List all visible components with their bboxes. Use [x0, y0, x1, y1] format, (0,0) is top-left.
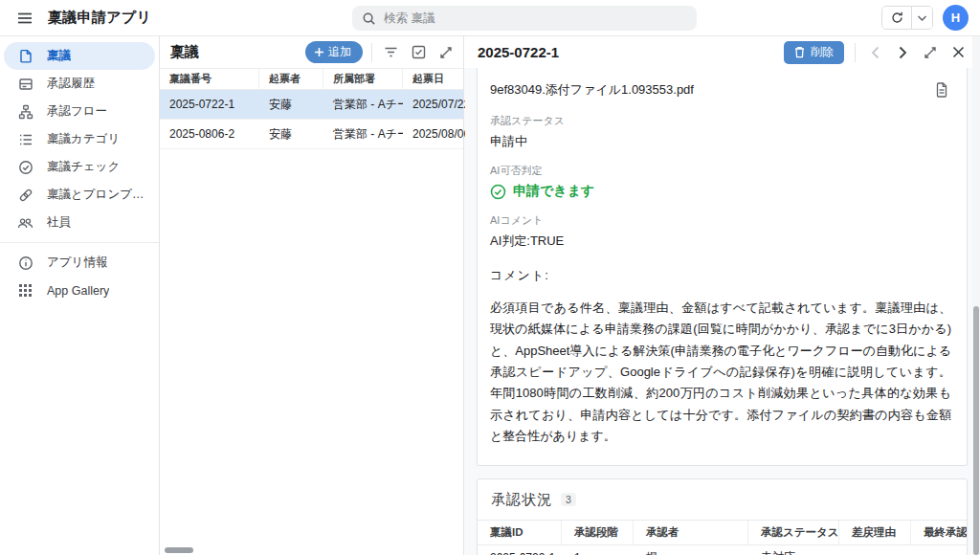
next-record-icon[interactable]: [894, 44, 911, 61]
vertical-scrollbar: [972, 36, 980, 555]
attachment-row[interactable]: 9ef83049.添付ファイル1.093553.pdf: [490, 78, 951, 100]
card-icon: [17, 76, 33, 92]
detail-header: 2025-0722-1 削除: [464, 36, 980, 68]
list-panel-header: 稟議 追加: [160, 36, 463, 68]
list-panel-title: 稟議: [170, 43, 199, 61]
approval-section-title: 承認状況: [491, 491, 552, 509]
column-header[interactable]: 起票者: [259, 69, 323, 89]
list-table-header: 稟議番号 起票者 所属部署 起票日: [160, 68, 463, 90]
column-header[interactable]: 稟議ID: [478, 521, 562, 544]
filter-icon[interactable]: [381, 43, 400, 62]
approval-table: 稟議ID 承認段階 承認者 承認ステータス 差戻理由 最終承認 2025-072…: [478, 520, 967, 555]
plus-icon: [314, 47, 324, 57]
list-icon: [17, 131, 33, 147]
field-label: AIコメント: [490, 213, 951, 228]
avatar[interactable]: H: [943, 5, 969, 31]
sidebar-item-label: 稟議カテゴリ: [47, 131, 120, 147]
search-input[interactable]: [384, 11, 671, 25]
sidebar-item-employees[interactable]: 社員: [4, 209, 155, 236]
sidebar-item-ringi-prompt-link[interactable]: 稟議とプロンプトの紐付け: [4, 181, 155, 209]
success-check-icon: [490, 184, 506, 200]
sidebar: 稟議 承認履歴 承認フロー 稟議カテゴリ: [0, 36, 159, 555]
horizontal-scrollbar-thumb[interactable]: [165, 547, 193, 553]
field-value: AI判定:TRUE: [490, 233, 951, 250]
top-bar: 稟議申請アプリ H: [0, 0, 980, 36]
detail-panel: 2025-0722-1 削除: [464, 36, 980, 555]
sidebar-item-approval-flow[interactable]: 承認フロー: [4, 98, 155, 125]
column-header[interactable]: 最終承認: [911, 521, 967, 544]
sidebar-item-app-gallery[interactable]: App Gallery: [4, 277, 155, 304]
comment-body: 必須項目である件名、稟議理由、金額はすべて記載されています。稟議理由は、現状の紙…: [490, 298, 951, 448]
record-card: 9ef83049.添付ファイル1.093553.pdf 承認ステータス 申請中 …: [477, 68, 968, 466]
sync-icon[interactable]: [882, 7, 911, 29]
toolbar-divider: [371, 43, 372, 62]
expand-panel-icon[interactable]: [436, 43, 456, 62]
table-row[interactable]: 2025-0722-1 安藤 営業部 - Aチー... 2025/07/22: [160, 90, 463, 120]
field-label: 承認ステータス: [490, 114, 951, 128]
people-icon: [17, 214, 33, 231]
link-icon: [17, 187, 33, 203]
trash-icon: [794, 46, 805, 58]
detail-body: 9ef83049.添付ファイル1.093553.pdf 承認ステータス 申請中 …: [464, 68, 980, 555]
ai-judgement-value: 申請できます: [513, 183, 594, 200]
sidebar-item-ringi[interactable]: 稟議: [4, 42, 155, 70]
approval-row[interactable]: 2025-0722-1 1 堀 未対応: [478, 545, 967, 555]
column-header[interactable]: 差戻理由: [839, 521, 911, 544]
sidebar-item-app-info[interactable]: アプリ情報: [4, 249, 155, 277]
check-circle-icon: [17, 159, 33, 175]
column-header[interactable]: 稟議番号: [160, 69, 259, 89]
toolbar-divider: [855, 43, 856, 62]
sidebar-item-ringi-check[interactable]: 稟議チェック: [4, 153, 155, 181]
column-header[interactable]: 承認ステータス: [748, 521, 839, 544]
sidebar-item-label: 承認フロー: [47, 103, 107, 120]
attachment-filename: 9ef83049.添付ファイル1.093553.pdf: [490, 81, 935, 99]
sidebar-divider: [0, 242, 159, 243]
field-approval-status: 承認ステータス 申請中: [490, 114, 951, 150]
org-chart-icon: [17, 103, 33, 120]
sidebar-item-label: 社員: [47, 214, 71, 231]
sidebar-item-label: 稟議: [47, 48, 71, 64]
document-icon: [17, 48, 33, 64]
sidebar-item-label: App Gallery: [47, 284, 109, 298]
table-row[interactable]: 2025-0806-2 安藤 営業部 - Aチー... 2025/08/06: [160, 120, 463, 149]
close-icon[interactable]: [949, 44, 967, 61]
sync-dropdown-icon[interactable]: [911, 7, 932, 29]
column-header[interactable]: 起票日: [403, 69, 465, 89]
select-rows-icon[interactable]: [409, 43, 428, 62]
column-header[interactable]: 所属部署: [323, 69, 403, 89]
add-button[interactable]: 追加: [305, 41, 363, 63]
sidebar-item-approval-history[interactable]: 承認履歴: [4, 70, 155, 98]
delete-button[interactable]: 削除: [784, 41, 844, 64]
list-panel: 稟議 追加: [159, 36, 464, 555]
file-icon[interactable]: [935, 82, 948, 98]
column-header[interactable]: 承認者: [634, 521, 748, 544]
sidebar-item-label: アプリ情報: [47, 255, 107, 271]
search-icon: [362, 11, 376, 26]
info-icon: [17, 255, 33, 271]
field-value: 申請中: [490, 133, 951, 150]
menu-icon[interactable]: [11, 5, 38, 32]
search-box[interactable]: [352, 6, 697, 31]
column-header[interactable]: 承認段階: [562, 521, 634, 544]
vertical-scrollbar-thumb[interactable]: [973, 306, 979, 555]
sidebar-item-label: 承認履歴: [47, 76, 95, 92]
previous-record-icon[interactable]: [866, 44, 883, 61]
comment-heading: コメント:: [490, 267, 951, 284]
app-title: 稟議申請アプリ: [48, 9, 151, 27]
field-label: AI可否判定: [490, 164, 951, 178]
sidebar-item-label: 稟議とプロンプトの紐付け: [47, 187, 155, 203]
approval-status-card: 承認状況 3 稟議ID 承認段階 承認者 承認ステータス 差戻理由 最終承認: [477, 478, 968, 555]
approval-table-header: 稟議ID 承認段階 承認者 承認ステータス 差戻理由 最終承認: [478, 520, 967, 545]
detail-title: 2025-0722-1: [478, 44, 559, 60]
sync-button-group: [881, 6, 933, 30]
sidebar-item-ringi-category[interactable]: 稟議カテゴリ: [4, 125, 155, 153]
app-window: 稟議申請アプリ H: [0, 0, 980, 555]
record-count-badge: 3: [561, 493, 576, 506]
field-ai-comment: AIコメント AI判定:TRUE: [490, 213, 951, 250]
sidebar-item-label: 稟議チェック: [47, 159, 120, 175]
grid-icon: [17, 282, 33, 299]
field-ai-judgement: AI可否判定 申請できます: [490, 164, 951, 200]
expand-detail-icon[interactable]: [922, 44, 939, 61]
